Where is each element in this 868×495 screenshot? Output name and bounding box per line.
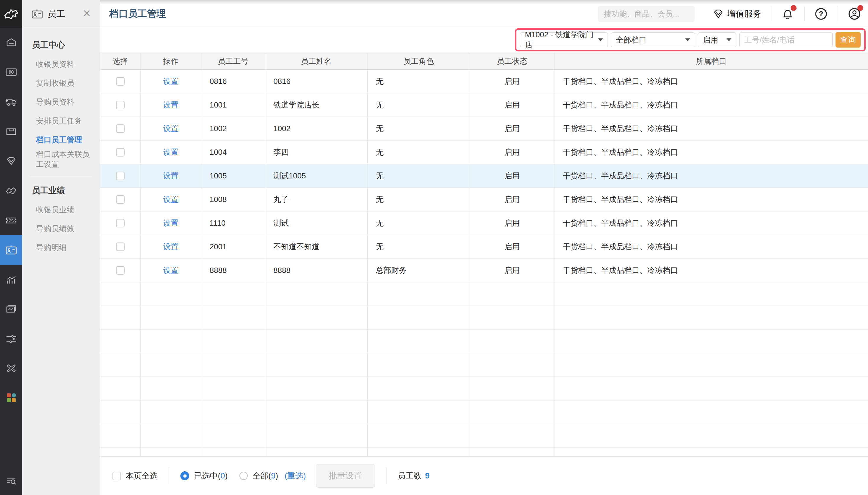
- rail-search-menu[interactable]: [0, 466, 22, 495]
- table-row: 设置10021002无启用干货档口、半成品档口、冷冻档口: [100, 117, 868, 141]
- empty-cell: [470, 306, 554, 329]
- row-settings-link[interactable]: 设置: [163, 171, 179, 181]
- row-settings-link[interactable]: 设置: [163, 76, 179, 87]
- table-empty-row: [100, 400, 868, 424]
- row-checkbox[interactable]: [116, 219, 125, 227]
- row-settings-link[interactable]: 设置: [163, 194, 179, 205]
- empty-cell: [265, 448, 368, 456]
- row-checkbox[interactable]: [116, 77, 125, 86]
- rail-membership[interactable]: [0, 147, 22, 176]
- row-settings-link[interactable]: 设置: [163, 242, 179, 252]
- table-row: 设置88888888总部财务启用干货档口、半成品档口、冷冻档口: [100, 259, 868, 283]
- account-button[interactable]: [847, 7, 862, 21]
- row-settings-link[interactable]: 设置: [163, 218, 179, 228]
- row-action-cell: 设置: [141, 235, 201, 258]
- value-added-services[interactable]: 增值服务: [712, 8, 761, 20]
- rail-report[interactable]: [0, 294, 22, 324]
- batch-settings-button[interactable]: 批量设置: [316, 464, 375, 488]
- reselect-link[interactable]: (重选): [284, 471, 306, 481]
- sidebar-item[interactable]: 安排员工任务: [22, 112, 100, 130]
- rail-employee[interactable]: [0, 235, 22, 264]
- rail-tools[interactable]: [0, 354, 22, 383]
- rail-settings[interactable]: [0, 324, 22, 354]
- table-row: 设置1110测试无启用干货档口、半成品档口、冷冻档口: [100, 211, 868, 235]
- row-settings-link[interactable]: 设置: [163, 265, 179, 276]
- sidebar-item-active[interactable]: 档口员工管理: [22, 130, 100, 149]
- query-button[interactable]: 查询: [835, 32, 861, 48]
- stall-select[interactable]: 全部档口: [611, 33, 695, 47]
- rail-money[interactable]: [0, 57, 22, 87]
- rail-delivery[interactable]: [0, 87, 22, 117]
- empty-cell: [470, 424, 554, 447]
- col-header-action: 操作: [141, 53, 201, 69]
- global-search[interactable]: [598, 6, 695, 22]
- idcard-icon: [5, 245, 17, 255]
- row-checkbox[interactable]: [116, 266, 125, 275]
- close-icon[interactable]: ✕: [82, 9, 91, 18]
- rail-coupon[interactable]: [0, 206, 22, 235]
- row-action-cell: 设置: [141, 70, 201, 93]
- status-select[interactable]: 启用: [698, 33, 736, 47]
- all-label: 全部(9): [253, 471, 278, 481]
- row-checkbox[interactable]: [116, 242, 125, 251]
- sidebar-item[interactable]: 导购员绩效: [22, 219, 100, 238]
- row-employee-stalls: 干货档口、半成品档口、冷冻档口: [554, 93, 868, 117]
- keyword-input[interactable]: [739, 33, 833, 47]
- empty-cell: [201, 283, 265, 306]
- col-header-id: 员工工号: [201, 53, 265, 69]
- sidebar-item[interactable]: 复制收银员: [22, 73, 100, 92]
- store-select[interactable]: M1002 - 铁道学院门店: [520, 33, 608, 47]
- row-employee-stalls: 干货档口、半成品档口、冷冻档口: [554, 259, 868, 282]
- notifications-button[interactable]: [781, 7, 795, 21]
- empty-cell: [554, 330, 868, 353]
- select-all-checkbox[interactable]: [112, 472, 121, 480]
- row-employee-stalls: 干货档口、半成品档口、冷冻档口: [554, 117, 868, 140]
- row-settings-link[interactable]: 设置: [163, 123, 179, 134]
- pig-logo-icon: [3, 6, 19, 22]
- row-action-cell: 设置: [141, 141, 201, 164]
- row-settings-link[interactable]: 设置: [163, 147, 179, 157]
- sidebar-section-divider: [30, 177, 92, 177]
- all-radio[interactable]: [240, 472, 248, 480]
- global-search-input[interactable]: [604, 10, 703, 19]
- sidebar-item[interactable]: 收银员资料: [22, 55, 100, 73]
- rail-inventory[interactable]: [0, 116, 22, 146]
- row-employee-name: 铁道学院店长: [265, 93, 368, 117]
- row-employee-status: 启用: [470, 259, 554, 282]
- empty-cell: [141, 424, 201, 447]
- filter-strip: M1002 - 铁道学院门店 全部档口 启用 查询: [100, 28, 868, 53]
- row-employee-stalls: 干货档口、半成品档口、冷冻档口: [554, 164, 868, 188]
- selected-radio[interactable]: [180, 472, 189, 480]
- chevron-down-icon: [685, 38, 690, 41]
- rail-partner[interactable]: [0, 176, 22, 206]
- row-checkbox[interactable]: [116, 172, 125, 180]
- row-employee-id: 1008: [201, 188, 265, 211]
- coupon-icon: [5, 216, 17, 225]
- rail-analytics[interactable]: [0, 266, 22, 295]
- sidebar-section-header: 员工业绩: [22, 184, 100, 200]
- row-checkbox[interactable]: [116, 124, 125, 133]
- gem-icon: [5, 156, 17, 166]
- sidebar-item[interactable]: 导购明细: [22, 238, 100, 257]
- selected-label-post: ): [225, 472, 228, 480]
- row-checkbox[interactable]: [116, 195, 125, 204]
- sidebar-item[interactable]: 收银员业绩: [22, 200, 100, 219]
- sliders-icon: [5, 334, 17, 344]
- row-checkbox[interactable]: [116, 101, 125, 109]
- rail-apps[interactable]: [0, 383, 22, 412]
- help-button[interactable]: ?: [814, 7, 828, 21]
- empty-cell: [470, 353, 554, 377]
- svg-text:?: ?: [819, 10, 823, 18]
- row-settings-link[interactable]: 设置: [163, 100, 179, 110]
- row-checkbox[interactable]: [116, 148, 125, 156]
- empty-cell: [100, 377, 141, 400]
- handshake-icon: [5, 186, 17, 196]
- sidebar-item[interactable]: 导购员资料: [22, 92, 100, 112]
- empty-cell: [554, 306, 868, 329]
- row-employee-id: 1110: [201, 211, 265, 235]
- row-employee-stalls: 干货档口、半成品档口、冷冻档口: [554, 70, 868, 93]
- rail-home[interactable]: [0, 28, 22, 57]
- brand-logo[interactable]: [0, 0, 22, 28]
- empty-cell: [141, 448, 201, 456]
- sidebar-item[interactable]: 档口成本关联员工设置: [22, 149, 100, 169]
